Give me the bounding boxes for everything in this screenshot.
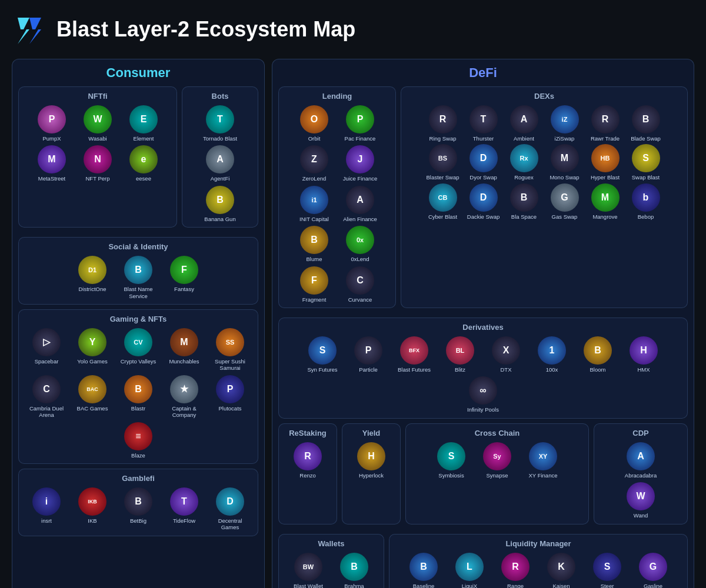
list-item: PPumpX [31,105,73,142]
item-label: Gasline [644,583,662,588]
item-icon: CV [124,328,152,356]
list-item: BWBlast Wallet [287,553,329,588]
item-icon: J [346,145,374,173]
bots-section: Bots TTornado BlastAAgentFiBBanana Gun [182,86,258,228]
item-icon: i [32,487,61,516]
item-label: Range [507,583,524,588]
item-icon: C [32,375,61,403]
list-item: BBanana Gun [199,186,241,222]
list-item: BBlast Name Service [117,256,159,299]
item-icon: B [206,186,234,214]
item-icon: N [84,145,112,173]
list-item: TTornado Blast [199,105,241,142]
bots-items: TTornado BlastAAgentFiBBanana Gun [187,105,253,222]
main-grid: Consumer NFTfi PPumpXWWasabiEElementMMet… [12,59,694,588]
list-item: GGas Swap [545,183,584,220]
restaking-items: RRenzo [284,442,332,479]
lending-title: Lending [284,92,391,101]
list-item: ★Captain & Company [163,375,205,419]
item-label: Plutocats [218,405,241,412]
item-label: AgentFi [211,175,230,182]
list-item: iinsrt [25,487,68,531]
list-item: GGasline [632,553,674,588]
item-icon: A [346,186,374,214]
crosschain-title: Cross Chain [411,429,584,437]
item-icon: P [354,336,382,365]
liquidity-section: Liquidity Manager BBaselineLLiquiXRRange… [389,534,688,588]
list-item: AAgentFi [199,145,241,182]
list-item: CBCyber Blast [424,183,462,220]
item-label: Munchables [169,358,199,365]
list-item: PParticle [347,336,389,373]
item-label: Gas Swap [552,213,578,220]
social-items: D1DistrictOneBBlast Name ServiceFFantasy [24,256,253,299]
item-label: XY Finance [529,472,558,479]
item-label: Blitz [455,366,465,373]
item-icon: W [627,482,655,510]
list-item: RxRoguex [505,144,543,181]
item-label: INIT Capital [299,216,329,222]
list-item: MMunchables [163,328,205,372]
item-label: BAC Games [77,405,108,412]
item-icon: B [340,553,368,581]
item-label: PumpX [42,135,61,142]
list-item: BBetBig [117,487,159,531]
list-item: 0x0xLend [339,226,381,262]
item-label: Blastr [131,405,145,412]
item-icon: H [357,442,385,470]
item-label: Orbit [308,135,321,142]
item-label: Blume [307,256,322,262]
item-icon: BL [446,336,474,365]
item-label: Yolo Games [77,358,107,365]
list-item: bBebop [627,183,665,220]
item-label: Ambient [514,135,534,142]
item-label: Blade Swap [631,135,661,142]
list-item: ZZeroLend [293,145,335,182]
list-item: XYXY Finance [522,442,564,479]
item-label: Fragment [302,296,327,303]
list-item: BFXBlast Futures [393,336,435,373]
list-item: AAmbient [505,105,543,142]
gamblefi-title: Gamblefi [24,474,253,483]
item-icon: BW [294,553,322,581]
item-icon: e [129,145,158,173]
yield-title: Yield [347,429,395,437]
item-icon: A [206,145,234,173]
item-label: Bebop [638,213,654,220]
dexs-items: RRing SwapTThursterAAmbientiZiZiSwapRRaw… [406,105,682,220]
item-label: Wasabi [88,135,106,142]
svg-marker-1 [29,18,41,44]
list-item: TThurster [464,105,502,142]
item-icon: M [38,145,66,173]
item-icon: ≡ [124,422,152,450]
gaming-title: Gaming & NFTs [24,315,253,323]
item-icon: B [124,256,152,284]
item-icon: SS [216,328,244,356]
nftfi-title: NFTfi [24,92,172,101]
list-item: HBHyper Blast [586,144,624,181]
list-item: IKBIKB [71,487,114,531]
list-item: FFragment [293,266,335,303]
item-label: Hyperlock [359,472,384,479]
list-item: MMangrove [586,183,624,220]
item-icon: T [469,105,498,133]
item-label: Element [134,135,154,142]
item-icon: B [409,553,438,581]
item-label: Bloom [590,366,606,373]
item-label: DTX [501,366,512,373]
item-icon: G [551,183,579,212]
nftfi-section: NFTfi PPumpXWWasabiEElementMMetaStreetNN… [18,86,177,228]
list-item: AAbracadabra [620,442,662,479]
dexs-section: DEXs RRing SwapTThursterAAmbientiZiZiSwa… [401,86,688,308]
list-item: SSteer [586,553,628,588]
bots-title: Bots [187,92,253,101]
item-icon: Z [300,145,328,173]
item-icon: B [632,105,660,133]
item-label: IKB [88,517,96,524]
list-item: EElement [122,105,165,142]
list-item: SySynapse [476,442,518,479]
item-icon: R [591,105,620,133]
item-label: TideFlow [173,517,195,524]
list-item: TTideFlow [163,487,205,531]
item-label: Synapse [487,472,508,479]
